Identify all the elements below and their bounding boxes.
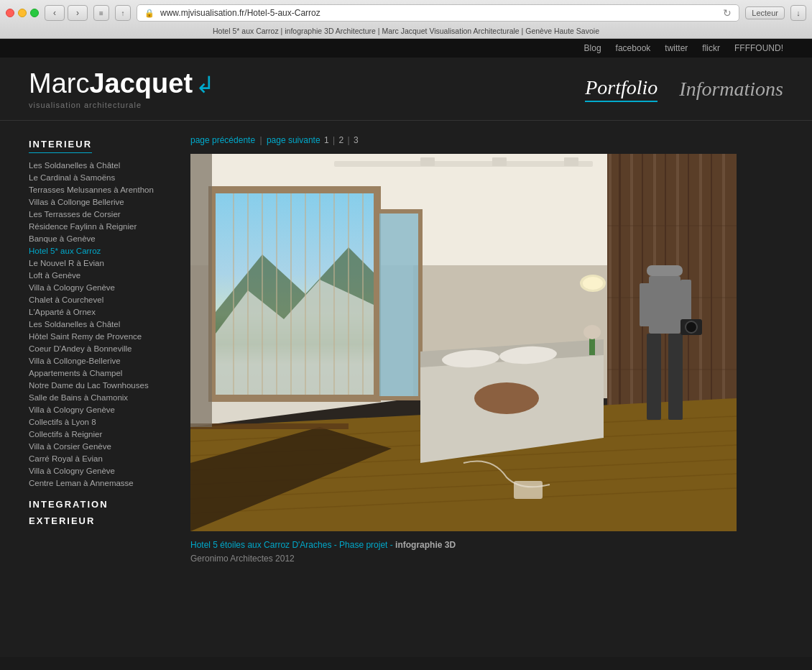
sidebar-link-banque[interactable]: Banque à Genève [29,234,169,244]
facebook-link[interactable]: facebook [616,43,651,53]
logo-arrow-icon: ↲ [195,71,215,98]
page-1-link[interactable]: 1 [324,135,329,145]
blog-link[interactable]: Blog [584,43,601,53]
nav-buttons: ‹ › [45,5,88,21]
sidebar-link-hotel-carroz[interactable]: Hotel 5* aux Carroz [29,246,169,256]
list-item: Villa à Cologny Genève [29,466,169,476]
sidebar-category-integration: INTEGRATION [29,499,169,510]
svg-rect-73 [190,154,212,427]
svg-rect-66 [647,334,661,420]
browser-chrome: ‹ › ≡ ↑ 🔒 www.mjvisualisation.fr/Hotel-5… [0,0,812,39]
sidebar-link-villa-collonge2[interactable]: Villa à Collonge-Bellerive [29,356,169,366]
sidebar-category-interieur: INTERIEUR [29,139,92,153]
sidebar-link-villas-collonge[interactable]: Villas à Collonge Bellerive [29,197,169,207]
sidebar-link-salle-bains[interactable]: Salle de Bains à Chamonix [29,393,169,403]
sidebar-category-exterieur: EXTERIEUR [29,515,169,526]
sidebar-link-nouvel-r[interactable]: Le Nouvel R à Evian [29,258,169,268]
lock-icon: 🔒 [144,9,154,18]
logo-subtitle: visualisation architecturale [29,101,215,109]
svg-point-59 [474,382,539,414]
svg-point-61 [583,325,601,339]
back-button[interactable]: ‹ [45,5,65,21]
share-icon[interactable]: ↑ [115,5,131,21]
prev-page-link[interactable]: page précédente [190,135,255,145]
social-nav-bar: Blog facebook twitter flickr FFFFOUND! [0,39,812,58]
minimize-button[interactable] [18,9,27,17]
sidebar-link-loft[interactable]: Loft à Genève [29,270,169,280]
svg-rect-68 [640,283,650,326]
list-item: Villa à Corsier Genève [29,441,169,451]
page-3-link[interactable]: 3 [354,135,359,145]
sidebar-link-hotel-saint-remy[interactable]: Hôtel Saint Remy de Provence [29,331,169,341]
reader-view-icon[interactable]: ≡ [93,5,109,21]
list-item: Villa à Cologny Genève [29,283,169,293]
sidebar-link-cardinal[interactable]: Le Cardinal à Samoëns [29,173,169,183]
reader-button[interactable]: Lecteur [745,6,785,19]
portfolio-nav-link[interactable]: Portfolio [585,76,658,102]
svg-rect-40 [377,211,420,398]
sidebar-link-chalet[interactable]: Chalet à Courchevel [29,295,169,305]
svg-rect-4 [492,157,507,166]
sidebar-link-coeur-dandey[interactable]: Coeur D'Andey à Bonneville [29,344,169,354]
sidebar: INTERIEUR Les Soldanelles à Châtel Le Ca… [29,135,169,566]
sidebar-link-villa-corsier[interactable]: Villa à Corsier Genève [29,441,169,451]
svg-rect-67 [668,334,683,420]
list-item: Les Soldanelles à Châtel [29,319,169,329]
svg-point-63 [583,277,603,290]
list-item: L'Apparté à Ornex [29,307,169,317]
url-display: www.mjvisualisation.fr/Hotel-5-aux-Carro… [160,8,717,18]
page-sep-1: | [333,135,335,145]
pagination-separator: | [259,135,264,145]
sidebar-link-soldanelles[interactable]: Les Soldanelles à Châtel [29,160,169,170]
list-item: Notre Dame du Lac Townhouses [29,380,169,390]
list-item: Villas à Collonge Bellerive [29,197,169,207]
download-icon[interactable]: ↓ [790,5,806,21]
list-item: Les Soldanelles à Châtel [29,160,169,170]
sidebar-link-appts-champel[interactable]: Appartements à Champel [29,368,169,378]
content-area: INTERIEUR Les Soldanelles à Châtel Le Ca… [0,121,812,580]
next-page-link[interactable]: page suivante [267,135,320,145]
list-item: Les Terrasses de Corsier [29,209,169,219]
page-2-link[interactable]: 2 [338,135,343,145]
caption-architect: Geronimo Architectes 2012 [190,554,295,564]
caption-text-main: Hotel 5 étoiles aux Carroz D'Araches - P… [190,540,395,550]
sidebar-link-notre-dame[interactable]: Notre Dame du Lac Townhouses [29,380,169,390]
sidebar-link-collectifs-lyon[interactable]: Collectifs à Lyon 8 [29,417,169,427]
close-button[interactable] [6,9,14,17]
maximize-button[interactable] [30,9,39,17]
flickr-link[interactable]: flickr [702,43,720,53]
refresh-icon[interactable]: ↻ [723,7,732,19]
list-item: Chalet à Courchevel [29,295,169,305]
sidebar-link-villa-cologny3[interactable]: Villa à Cologny Genève [29,466,169,476]
svg-rect-65 [649,276,680,334]
logo-jacquet: Jacquet [89,68,193,99]
image-caption: Hotel 5 étoiles aux Carroz D'Araches - P… [190,538,783,566]
main-image [190,154,737,531]
informations-nav-link[interactable]: Informations [679,78,783,101]
sidebar-link-apparte[interactable]: L'Apparté à Ornex [29,307,169,317]
sidebar-link-carre-royal[interactable]: Carré Royal à Evian [29,454,169,464]
page-sep-2: | [347,135,349,145]
sidebar-link-villa-cologny2[interactable]: Villa à Cologny Genève [29,405,169,415]
site-header: Marc Jacquet ↲ visualisation architectur… [0,58,812,121]
sidebar-link-soldanelles2[interactable]: Les Soldanelles à Châtel [29,319,169,329]
list-item: Carré Royal à Evian [29,454,169,464]
sidebar-link-villa-cologny1[interactable]: Villa à Cologny Genève [29,283,169,293]
twitter-link[interactable]: twitter [665,43,688,53]
sidebar-link-collectifs-reignier[interactable]: Collectifs à Reignier [29,429,169,439]
main-content: page précédente | page suivante 1 | 2 | … [190,135,783,566]
sidebar-link-terrasses-mel[interactable]: Terrasses Melusannes à Arenthon [29,185,169,195]
sidebar-link-faylinn[interactable]: Résidence Faylinn à Reignier [29,221,169,231]
list-item: Résidence Faylinn à Reignier [29,221,169,231]
sidebar-link-centre-leman[interactable]: Centre Leman à Annemasse [29,478,169,488]
svg-rect-2 [334,161,593,167]
address-bar[interactable]: 🔒 www.mjvisualisation.fr/Hotel-5-aux-Car… [137,4,739,22]
page-title: Hotel 5* aux Carroz | infographie 3D Arc… [6,25,806,38]
main-nav: Portfolio Informations [585,76,783,102]
list-item: Hôtel Saint Remy de Provence [29,331,169,341]
forward-button[interactable]: › [68,5,88,21]
svg-rect-50 [190,423,349,429]
ffffound-link[interactable]: FFFFOUND! [734,43,783,53]
list-item: Coeur D'Andey à Bonneville [29,344,169,354]
sidebar-link-terrasses-corsier[interactable]: Les Terrasses de Corsier [29,209,169,219]
